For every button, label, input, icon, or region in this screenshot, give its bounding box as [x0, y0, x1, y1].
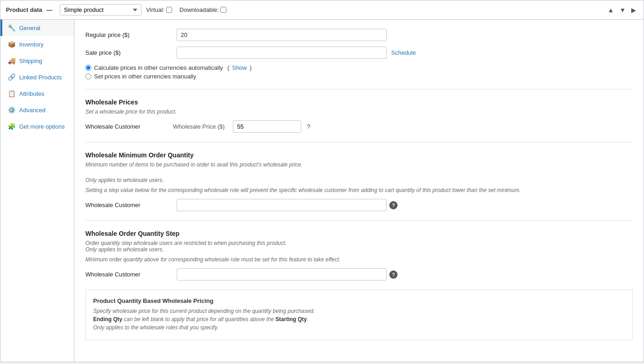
- show-link[interactable]: Show: [232, 64, 247, 71]
- order-step-input[interactable]: [177, 268, 387, 281]
- wholesale-min-qty-section: Wholesale Minimum Order Quantity Minimum…: [85, 151, 633, 211]
- virtual-checkbox[interactable]: [166, 7, 172, 13]
- min-qty-desc1: Minimum number of items to be purchased …: [85, 161, 633, 168]
- wholesale-order-step-title: Wholesale Order Quantity Step: [85, 230, 633, 237]
- sidebar-item-general[interactable]: 🔧 General: [0, 20, 74, 36]
- divider-2: [85, 142, 633, 142]
- gear-icon: ⚙️: [8, 106, 16, 114]
- downloadable-label[interactable]: Downloadable:: [179, 6, 226, 13]
- wholesale-price-input[interactable]: 55: [233, 120, 301, 133]
- wholesale-order-step-section: Wholesale Order Quantity Step Order quan…: [85, 230, 633, 281]
- regular-price-input[interactable]: 20: [177, 29, 387, 41]
- product-data-title: Product data —: [6, 6, 55, 13]
- manual-currency-row: Set prices in other currencies manually: [85, 73, 633, 80]
- product-data-body: 🔧 General 📦 Inventory 🚚 Shipping 🔗 Linke…: [0, 20, 644, 362]
- wholesale-prices-title: Wholesale Prices: [85, 99, 633, 106]
- collapse-arrows: ▲ ▼ ▶: [606, 5, 638, 15]
- min-qty-help-icon[interactable]: ?: [389, 201, 398, 209]
- sidebar-item-shipping[interactable]: 🚚 Shipping: [0, 52, 74, 69]
- arrow-down-button[interactable]: ▼: [618, 5, 628, 15]
- wholesale-price-help-icon[interactable]: ?: [307, 123, 310, 130]
- order-step-role-label: Wholesale Customer: [85, 271, 177, 278]
- order-step-help-icon[interactable]: ?: [389, 270, 398, 279]
- regular-price-label: Regular price ($): [85, 31, 177, 38]
- product-flags: Virtual: Downloadable:: [146, 6, 226, 13]
- regular-price-row: Regular price ($) 20: [85, 29, 633, 41]
- min-qty-desc2: Only applies to wholesale users.: [85, 177, 633, 183]
- puzzle-icon: 🧩: [8, 123, 16, 130]
- qty-based-pricing-desc2: Ending Qty can be left blank to apply th…: [93, 316, 625, 322]
- wholesale-price-field-label: Wholesale Price ($): [173, 123, 225, 130]
- order-step-desc2: Only applies to wholesale users.: [85, 246, 633, 253]
- downloadable-checkbox[interactable]: [220, 7, 226, 13]
- qty-based-pricing-desc3: Only applies to the wholesale roles that…: [93, 324, 625, 331]
- sidebar-item-linked-products[interactable]: 🔗 Linked Products: [0, 69, 74, 85]
- order-step-note: Minimum order quantity above for corresp…: [85, 256, 633, 263]
- starting-qty-label: Starting Qty: [276, 316, 307, 322]
- wholesale-min-qty-title: Wholesale Minimum Order Quantity: [85, 151, 633, 159]
- qty-based-pricing-title: Product Quantity Based Wholesale Pricing: [93, 297, 625, 304]
- ending-qty-label: Ending Qty: [93, 316, 122, 322]
- min-qty-input[interactable]: [177, 199, 387, 211]
- virtual-label[interactable]: Virtual:: [146, 6, 172, 13]
- main-content: Regular price ($) 20 Sale price ($) Sche…: [74, 20, 644, 362]
- wholesale-customer-label-1: Wholesale Customer: [85, 123, 168, 130]
- product-data-header: Product data — Simple product Grouped pr…: [0, 0, 644, 20]
- currency-options: Calculate prices in other currencies aut…: [85, 64, 633, 80]
- link-icon: 🔗: [8, 73, 16, 81]
- wrench-icon: 🔧: [8, 24, 16, 31]
- qty-based-pricing-box: Product Quantity Based Wholesale Pricing…: [85, 290, 633, 340]
- min-qty-field-row: Wholesale Customer ?: [85, 199, 633, 211]
- auto-currency-radio[interactable]: [85, 65, 91, 71]
- sale-price-input[interactable]: [177, 47, 387, 59]
- min-qty-note: Setting a step value below for the corre…: [85, 187, 633, 193]
- arrow-expand-button[interactable]: ▶: [629, 5, 638, 15]
- min-qty-role-label: Wholesale Customer: [85, 202, 177, 208]
- sale-price-label: Sale price ($): [85, 49, 177, 56]
- arrow-up-button[interactable]: ▲: [606, 5, 616, 15]
- qty-based-pricing-desc1: Specify wholesale price for this current…: [93, 308, 625, 314]
- wholesale-prices-section: Wholesale Prices Set a wholesale price f…: [85, 99, 633, 133]
- sale-price-row: Sale price ($) Schedule: [85, 47, 633, 59]
- manual-currency-radio[interactable]: [85, 73, 91, 79]
- order-step-desc1: Order quantity step wholesale users are …: [85, 240, 633, 246]
- list-icon: 📋: [8, 90, 16, 97]
- sidebar-item-inventory[interactable]: 📦 Inventory: [0, 36, 74, 52]
- sidebar-item-attributes[interactable]: 📋 Attributes: [0, 85, 74, 102]
- sidebar-item-advanced[interactable]: ⚙️ Advanced: [0, 102, 74, 118]
- truck-icon: 🚚: [8, 57, 16, 64]
- divider-1: [85, 89, 633, 89]
- sidebar: 🔧 General 📦 Inventory 🚚 Shipping 🔗 Linke…: [0, 20, 74, 362]
- product-type-select[interactable]: Simple product Grouped product External/…: [60, 4, 141, 16]
- package-icon: 📦: [8, 41, 16, 48]
- wholesale-prices-desc: Set a wholesale price for this product.: [85, 109, 633, 115]
- auto-currency-row: Calculate prices in other currencies aut…: [85, 64, 633, 71]
- order-step-field-row: Wholesale Customer ?: [85, 268, 633, 281]
- sidebar-item-get-more-options[interactable]: 🧩 Get more options: [0, 118, 74, 135]
- divider-3: [85, 220, 633, 221]
- wholesale-price-row: Wholesale Customer Wholesale Price ($) 5…: [85, 120, 633, 133]
- schedule-link[interactable]: Schedule: [391, 49, 416, 56]
